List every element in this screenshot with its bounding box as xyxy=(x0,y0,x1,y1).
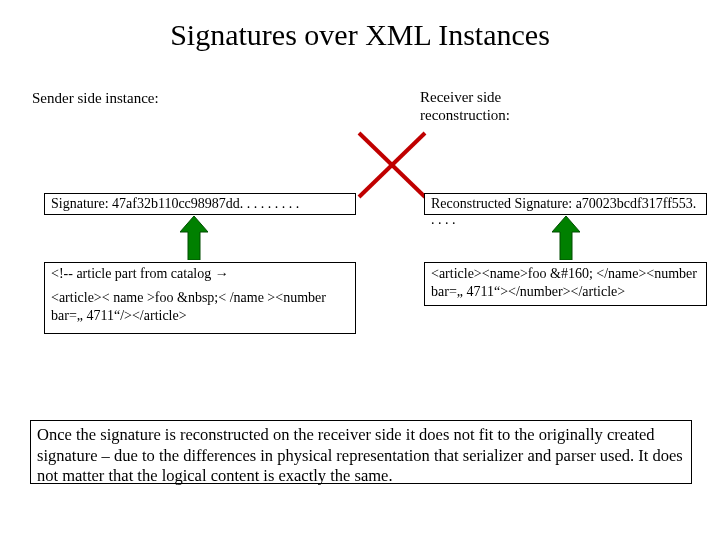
slide: Signatures over XML Instances Sender sid… xyxy=(0,0,720,540)
receiver-xml-box: <article><name>foo &#160; </name><number… xyxy=(424,262,707,306)
arrow-up-icon xyxy=(552,216,580,260)
sender-label: Sender side instance: xyxy=(32,90,159,107)
svg-marker-3 xyxy=(552,216,580,260)
sender-xml-comment: <!-- article part from catalog → xyxy=(51,265,349,283)
reconstructed-signature-box: Reconstructed Signature: a70023bcdf317ff… xyxy=(424,193,707,215)
sender-xml-content: <article>< name >foo &nbsp;< /name ><num… xyxy=(51,289,349,325)
signature-box: Signature: 47af32b110cc98987dd. . . . . … xyxy=(44,193,356,215)
receiver-xml-content: <article><name>foo &#160; </name><number… xyxy=(431,265,700,301)
explanation-box: Once the signature is reconstructed on t… xyxy=(30,420,692,484)
slide-title: Signatures over XML Instances xyxy=(0,18,720,52)
svg-marker-2 xyxy=(180,216,208,260)
arrow-up-icon xyxy=(180,216,208,260)
sender-xml-box: <!-- article part from catalog → <articl… xyxy=(44,262,356,334)
mismatch-cross-icon xyxy=(356,130,428,200)
receiver-label: Receiver side reconstruction: xyxy=(420,88,570,124)
